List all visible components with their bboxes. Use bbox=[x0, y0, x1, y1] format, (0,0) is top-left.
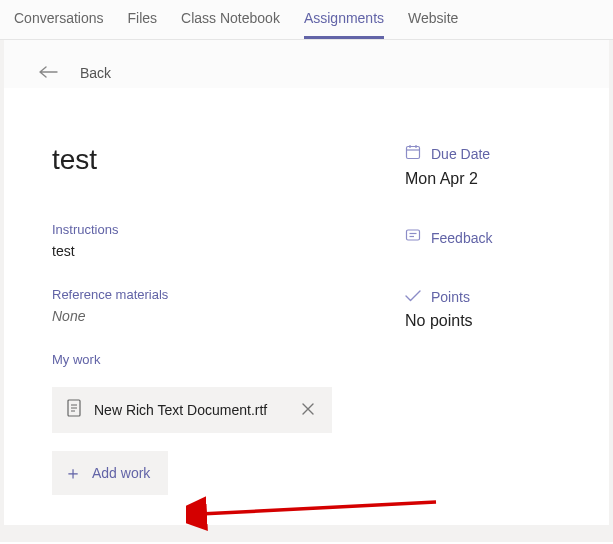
plus-icon: ＋ bbox=[64, 461, 82, 485]
tab-bar: Conversations Files Class Notebook Assig… bbox=[0, 0, 613, 40]
work-file-chip[interactable]: New Rich Text Document.rtf bbox=[52, 387, 332, 433]
due-date-section: Due Date Mon Apr 2 bbox=[405, 144, 569, 188]
close-icon bbox=[302, 403, 314, 415]
due-date-value: Mon Apr 2 bbox=[405, 170, 569, 188]
reference-materials-label: Reference materials bbox=[52, 287, 345, 302]
tab-class-notebook[interactable]: Class Notebook bbox=[181, 10, 280, 39]
my-work-label: My work bbox=[52, 352, 345, 367]
assignment-content: test Instructions test Reference materia… bbox=[4, 88, 609, 525]
points-section: Points No points bbox=[405, 288, 569, 330]
side-column: Due Date Mon Apr 2 Feedback Points bbox=[405, 144, 575, 495]
instructions-value: test bbox=[52, 243, 345, 259]
due-date-label: Due Date bbox=[431, 146, 490, 162]
tab-conversations[interactable]: Conversations bbox=[14, 10, 104, 39]
calendar-icon bbox=[405, 144, 421, 164]
back-arrow-icon bbox=[38, 64, 58, 82]
reference-materials-value: None bbox=[52, 308, 345, 324]
feedback-icon bbox=[405, 228, 421, 248]
svg-rect-8 bbox=[407, 230, 420, 240]
assignment-title: test bbox=[52, 144, 345, 176]
tab-assignments[interactable]: Assignments bbox=[304, 10, 384, 39]
back-label: Back bbox=[80, 65, 111, 81]
checkmark-icon bbox=[405, 288, 421, 306]
add-work-label: Add work bbox=[92, 465, 150, 481]
points-label: Points bbox=[431, 289, 470, 305]
tab-website[interactable]: Website bbox=[408, 10, 458, 39]
feedback-section: Feedback bbox=[405, 228, 569, 248]
page-body: Back test Instructions test Reference ma… bbox=[0, 40, 613, 542]
document-icon bbox=[66, 399, 82, 421]
tab-files[interactable]: Files bbox=[128, 10, 158, 39]
svg-rect-4 bbox=[407, 147, 420, 159]
back-button[interactable]: Back bbox=[4, 40, 609, 88]
feedback-label: Feedback bbox=[431, 230, 492, 246]
remove-file-button[interactable] bbox=[298, 401, 318, 419]
instructions-label: Instructions bbox=[52, 222, 345, 237]
points-value: No points bbox=[405, 312, 569, 330]
add-work-button[interactable]: ＋ Add work bbox=[52, 451, 168, 495]
main-column: test Instructions test Reference materia… bbox=[52, 144, 345, 495]
work-file-name: New Rich Text Document.rtf bbox=[94, 402, 286, 418]
